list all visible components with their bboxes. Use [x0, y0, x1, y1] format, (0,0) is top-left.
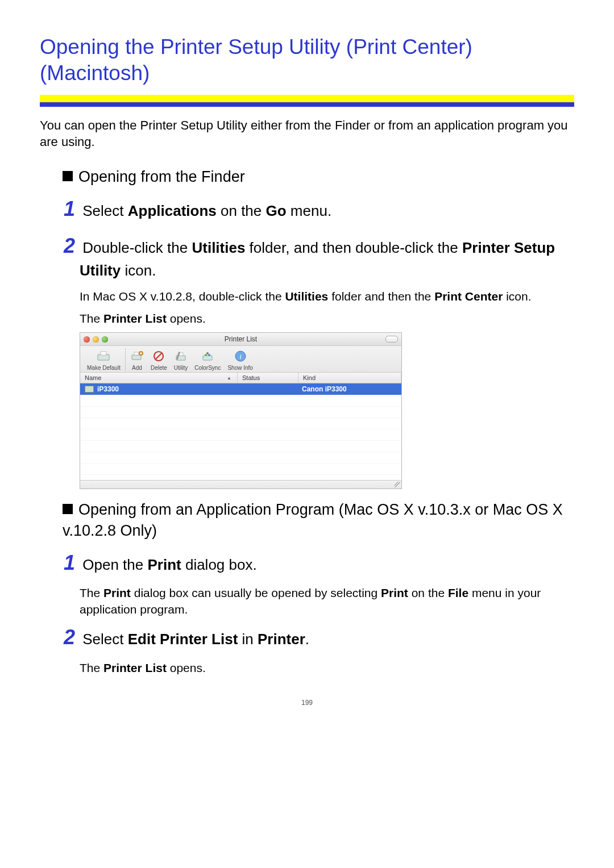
toolbar-label: Add [132, 365, 142, 371]
note-text: The [80, 661, 103, 674]
svg-text:i: i [239, 352, 242, 361]
section-heading-app: Opening from an Application Program (Mac… [40, 499, 574, 541]
step-note: The Print dialog box can usually be open… [40, 585, 574, 617]
toolbar-label: Delete [151, 365, 167, 371]
document-page: Opening the Printer Setup Utility (Print… [0, 0, 614, 729]
printer-default-icon [96, 349, 111, 364]
table-row[interactable]: iP3300 Canon iP3300 [80, 383, 401, 395]
page-number: 199 [40, 699, 574, 707]
rule-yellow [40, 95, 574, 102]
square-bullet-icon [63, 504, 73, 514]
utility-button[interactable]: Utility [171, 349, 191, 371]
cell-text: iP3300 [97, 385, 119, 393]
zoom-icon[interactable] [102, 336, 108, 343]
note-text: opens. [167, 312, 206, 325]
printer-list-window: Printer List Make Default Add [80, 332, 402, 489]
step-2-app: 2 Select Edit Printer List in Printer. [40, 623, 574, 652]
step-2-finder: 2 Double-click the Utilities folder, and… [40, 232, 574, 281]
note-text: on the [408, 586, 448, 599]
svg-rect-10 [203, 356, 212, 360]
title-rule [40, 95, 574, 107]
column-label: Name [85, 374, 101, 381]
column-header-status[interactable]: Status [238, 373, 298, 383]
toolbar-label: ColorSync [194, 365, 221, 371]
delete-button[interactable]: Delete [147, 349, 171, 371]
window-footer [80, 480, 401, 489]
step-bold: Print [147, 556, 181, 573]
rule-blue [40, 102, 574, 107]
colorsync-icon [201, 349, 214, 364]
note-text: The [80, 312, 103, 325]
resize-handle-icon[interactable] [395, 482, 400, 487]
cell-kind: Canon iP3300 [297, 383, 401, 395]
column-header-name[interactable]: Name ▲ [80, 373, 238, 383]
step-1-finder: 1 Select Applications on the Go menu. [40, 195, 574, 223]
window-traffic-lights [84, 336, 108, 343]
step-text: . [305, 631, 309, 648]
note-bold: Print Center [434, 290, 503, 303]
step-number: 1 [64, 551, 75, 574]
note-text: icon. [503, 290, 531, 303]
step-text: folder, and then double-click the [245, 239, 462, 256]
step-note: The Printer List opens. [40, 311, 574, 327]
step-bold: Applications [128, 202, 217, 219]
column-header-kind[interactable]: Kind [298, 373, 401, 383]
section-heading-text: Opening from an Application Program (Mac… [63, 501, 563, 539]
step-text: on the [217, 202, 266, 219]
window-titlebar: Printer List [80, 333, 401, 346]
section-heading-text: Opening from the Finder [78, 168, 245, 185]
window-toolbar: Make Default Add Delete Utility [80, 346, 401, 373]
delete-icon [152, 349, 165, 364]
step-text: Open the [82, 556, 147, 573]
section-heading-finder: Opening from the Finder [40, 166, 574, 187]
toolbar-separator [125, 348, 126, 371]
step-1-app: 1 Open the Print dialog box. [40, 549, 574, 577]
make-default-button[interactable]: Make Default [84, 349, 124, 371]
note-text: In Mac OS X v.10.2.8, double-click the [80, 290, 285, 303]
step-bold: Utilities [192, 239, 245, 256]
svg-point-12 [205, 354, 207, 356]
note-text: opens. [167, 661, 206, 674]
step-number: 1 [64, 197, 75, 220]
step-text: in [238, 631, 258, 648]
step-text: Select [82, 202, 128, 219]
svg-rect-3 [134, 352, 139, 355]
table-body-empty [80, 395, 401, 480]
note-bold: Printer List [103, 312, 167, 325]
note-bold: Print [103, 586, 131, 599]
minimize-icon[interactable] [93, 336, 99, 343]
colorsync-button[interactable]: ColorSync [191, 349, 224, 371]
svg-rect-2 [132, 355, 141, 360]
table-header: Name ▲ Status Kind [80, 373, 401, 383]
close-icon[interactable] [84, 336, 90, 343]
toolbar-label: Show Info [227, 365, 252, 371]
cell-status [237, 383, 297, 395]
note-text: folder and then the [328, 290, 434, 303]
toolbar-label: Make Default [87, 365, 121, 371]
step-text: menu. [287, 202, 332, 219]
step-number: 2 [64, 234, 75, 257]
add-button[interactable]: Add [127, 349, 147, 371]
square-bullet-icon [63, 171, 73, 181]
toolbar-toggle-icon[interactable] [385, 336, 398, 343]
step-note: In Mac OS X v.10.2.8, double-click the U… [40, 289, 574, 304]
svg-point-13 [208, 354, 210, 356]
printer-icon [85, 386, 94, 393]
show-info-button[interactable]: i Show Info [224, 349, 256, 371]
sort-ascending-icon: ▲ [227, 375, 231, 381]
step-bold: Go [266, 202, 287, 219]
svg-point-11 [206, 352, 209, 354]
step-bold: Edit Printer List [128, 631, 238, 648]
note-bold: Printer List [103, 661, 167, 674]
step-text: Select [82, 631, 128, 648]
note-bold: File [448, 586, 468, 599]
toolbar-label: Utility [174, 365, 188, 371]
cell-name: iP3300 [80, 383, 237, 395]
step-text: Double-click the [82, 239, 192, 256]
step-number: 2 [64, 625, 75, 649]
svg-line-6 [156, 353, 161, 359]
svg-rect-1 [101, 352, 106, 355]
page-title: Opening the Printer Setup Utility (Print… [40, 34, 574, 87]
step-bold: Printer [258, 631, 305, 648]
note-bold: Utilities [285, 290, 328, 303]
